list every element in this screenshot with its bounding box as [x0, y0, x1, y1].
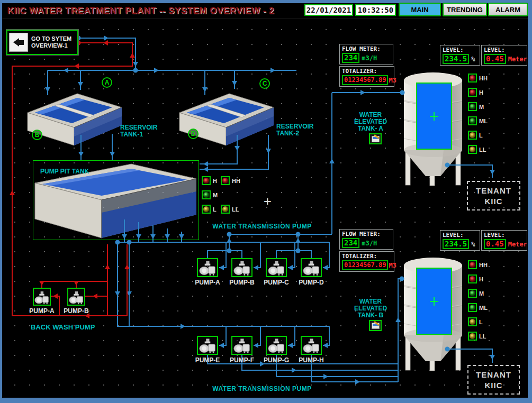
level-meter-a: LEVEL: 0.45Meter: [481, 45, 527, 66]
tank-a-level-indicator: [416, 83, 452, 150]
pump-e-label: PUMP-E: [192, 356, 223, 364]
pit-lamp-l: L: [202, 205, 217, 214]
pump-f-transmission[interactable]: [231, 336, 253, 355]
detail-screen-icon: [372, 323, 380, 329]
nav-alarm-button[interactable]: ALARM: [488, 3, 528, 16]
pump-c-label: PUMP-C: [261, 279, 292, 286]
totalizer-b: TOTALIZER: 01234567.89M3: [339, 251, 394, 272]
pit-lamp-hh: HH: [221, 176, 240, 185]
pump-icon: [233, 261, 250, 276]
lamp-ll-icon: [221, 205, 230, 214]
tank-a-detail-button[interactable]: [369, 133, 382, 144]
lamp-l-icon: [202, 205, 211, 214]
pump-e-transmission[interactable]: [197, 336, 218, 355]
compartment-tag-d: D: [188, 129, 199, 139]
totalizer-a: TOTALIZER: 01234567.89M3: [339, 66, 394, 87]
lamp-h-icon: [468, 274, 477, 283]
compartment-tag-a: A: [102, 77, 112, 88]
pump-c-transmission[interactable]: [266, 258, 287, 277]
detail-screen-icon: [372, 136, 380, 142]
lamp-hh-icon: [221, 176, 230, 185]
pump-f-label: PUMP-F: [227, 356, 257, 364]
pump-icon: [199, 338, 216, 354]
pump-h-label: PUMP-H: [296, 356, 327, 364]
pump-a-backwash[interactable]: [33, 288, 51, 306]
level-percent-value-a: 234.5: [443, 54, 469, 64]
pit-lamp-ll: LL: [221, 205, 239, 214]
pump-icon: [303, 261, 320, 276]
pump-b-label: PUMP-B: [227, 279, 257, 286]
date-display: 22/01/2021: [304, 4, 353, 16]
pump-g-transmission[interactable]: [266, 336, 287, 355]
tank-b-detail-button[interactable]: [369, 320, 382, 331]
tank-a-lamp-hh: HH: [468, 74, 488, 83]
tenant-kiic-box-a: TENANTKIIC: [467, 181, 520, 210]
pump-icon: [233, 338, 250, 354]
flow-value-b: 234: [342, 238, 359, 248]
pump-pit-tank-label: PUMP PIT TANK: [40, 168, 89, 175]
pump-icon: [199, 261, 216, 276]
lamp-l-icon: [468, 131, 477, 140]
page-title: KIIC WATER TREATMENT PLANT -- SYSTEM OVE…: [7, 6, 274, 16]
lamp-hh-icon: [468, 260, 477, 269]
tank-b-lamp-h: H: [468, 274, 483, 283]
lamp-m-icon: [202, 190, 211, 199]
arrow-left-icon: [9, 33, 28, 52]
tank-b-lamp-l: L: [468, 317, 483, 326]
transmission-pump-title-1: WATER TRANSMISSION PUMP: [199, 223, 326, 230]
level-cross-icon: [430, 297, 438, 306]
pump-icon: [268, 261, 285, 276]
tank-a-lamp-m: M: [468, 102, 484, 111]
elevated-tank-b-label: WATERELEVATEDTANK- B: [345, 298, 396, 319]
pit-lamp-m: M: [202, 190, 218, 199]
pump-a-transmission[interactable]: [197, 258, 218, 277]
pump-b-transmission[interactable]: [231, 258, 253, 277]
nav-trending-button[interactable]: TRENDING: [443, 3, 487, 16]
backwash-pump-b-label: PUMP-B: [61, 307, 92, 315]
totalizer-value-b: 01234567.89: [342, 260, 388, 270]
pump-g-label: PUMP-G: [261, 356, 292, 364]
totalizer-value-a: 01234567.89: [342, 75, 388, 85]
goto-overview1-button[interactable]: GO TO SYTEMOVERVIEW-1: [6, 30, 78, 55]
tenant-kiic-box-b: TENANTKIIC: [467, 365, 520, 395]
lamp-m-icon: [468, 289, 477, 298]
reservoir-1-label: RESERVOIRTANK-1: [120, 124, 157, 138]
flow-meter-b: FLOW METER: 234m3/H: [339, 229, 393, 250]
level-meter-value-a: 0.45: [484, 54, 506, 64]
pump-d-transmission[interactable]: [301, 258, 322, 277]
tank-a-lamp-ll: LL: [468, 145, 486, 154]
reservoir-2-label: RESERVOIRTANK-2: [276, 123, 313, 137]
tank-a-lamp-ml: ML: [468, 116, 488, 125]
pump-a-label: PUMP-A: [192, 279, 223, 286]
elevated-tank-a-label: WATERELEVATEDTANK- A: [345, 112, 396, 132]
lamp-h-icon: [468, 88, 477, 97]
level-percent-b: LEVEL: 234.5%: [440, 230, 480, 251]
level-meter-value-b: 0.45: [484, 239, 506, 249]
level-meter-b: LEVEL: 0.45Meter: [481, 230, 527, 251]
transmission-pump-title-2: WATER TRANSMISSION PUMP: [199, 385, 326, 392]
tank-b-lamp-m: M: [468, 289, 484, 298]
time-display: 10:32:50: [355, 4, 396, 16]
tank-b-lamp-ml: ML: [468, 303, 488, 312]
compartment-tag-b: B: [32, 130, 42, 140]
pump-b-backwash[interactable]: [67, 288, 85, 306]
backwash-pump-a-label: PUMP-A: [26, 307, 57, 315]
lamp-hh-icon: [468, 74, 477, 83]
lamp-h-icon: [202, 176, 211, 185]
lamp-ll-icon: [468, 145, 477, 154]
backwash-pump-title: BACK WASH PUMP: [31, 324, 95, 331]
level-percent-a: LEVEL: 234.5%: [440, 45, 480, 66]
pump-icon: [69, 291, 84, 305]
pump-icon: [34, 291, 49, 305]
nav-main-button[interactable]: MAIN: [399, 3, 441, 16]
flow-meter-a: FLOW METER: 234m3/H: [339, 44, 393, 65]
lamp-ml-icon: [468, 116, 477, 125]
tank-b-lamp-hh: HH: [468, 260, 488, 269]
flow-value-a: 234: [342, 53, 359, 63]
lamp-ll-icon: [468, 332, 477, 341]
pump-h-transmission[interactable]: [301, 336, 322, 355]
hmi-window: KIIC WATER TREATMENT PLANT -- SYSTEM OVE…: [0, 0, 532, 403]
tank-a-lamp-l: L: [468, 131, 483, 140]
tank-b-level-indicator: [416, 268, 452, 335]
tank-b-lamp-ll: LL: [468, 332, 486, 341]
